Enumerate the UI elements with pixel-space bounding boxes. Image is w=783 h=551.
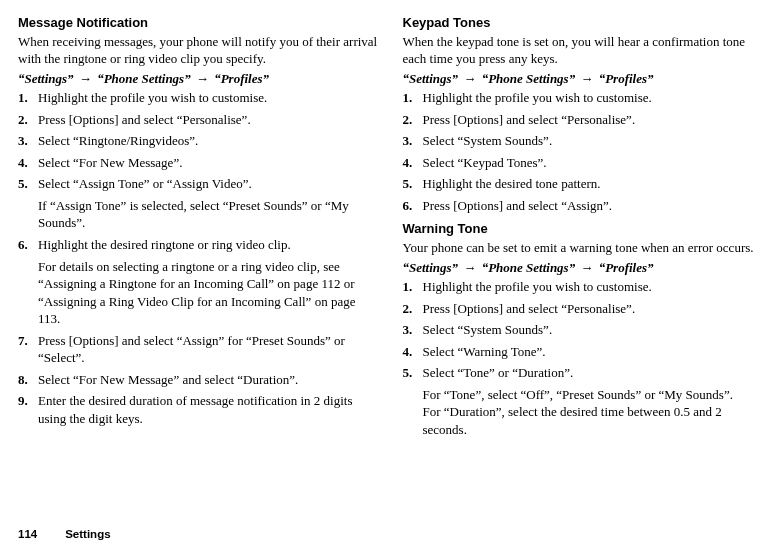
arrow-icon: → — [191, 71, 215, 86]
arrow-icon: → — [74, 71, 98, 86]
path-part: “Settings” — [18, 71, 74, 86]
step-number: 5. — [403, 364, 423, 438]
step-text: Select “Keypad Tones”. — [423, 154, 766, 172]
step-text: Select “For New Message”. — [38, 154, 381, 172]
step-text: Highlight the profile you wish to custom… — [423, 89, 766, 107]
step-number: 4. — [18, 154, 38, 172]
step: 1.Highlight the profile you wish to cust… — [403, 89, 766, 107]
step-text: Select “For New Message” and select “Dur… — [38, 371, 381, 389]
path-warning-tone: “Settings” → “Phone Settings” → “Profile… — [403, 259, 766, 277]
step-sub: For details on selecting a ringtone or a… — [38, 258, 381, 328]
step-number: 2. — [18, 111, 38, 129]
step: 3.Select “System Sounds”. — [403, 132, 766, 150]
step: 2.Press [Options] and select “Personalis… — [18, 111, 381, 129]
step-sub: For “Tone”, select “Off”, “Preset Sounds… — [423, 386, 766, 439]
step-text: Highlight the profile you wish to custom… — [423, 278, 766, 296]
arrow-icon: → — [575, 71, 599, 86]
step-number: 7. — [18, 332, 38, 367]
path-part: “Profiles” — [214, 71, 269, 86]
arrow-icon: → — [458, 260, 482, 275]
arrow-icon: → — [458, 71, 482, 86]
heading-warning-tone: Warning Tone — [403, 220, 766, 238]
step: 9.Enter the desired duration of message … — [18, 392, 381, 427]
step-number: 3. — [18, 132, 38, 150]
step-text: Select “System Sounds”. — [423, 321, 766, 339]
step-text: Press [Options] and select “Personalise”… — [38, 111, 381, 129]
step: 3.Select “System Sounds”. — [403, 321, 766, 339]
step-number: 2. — [403, 111, 423, 129]
step: 1.Highlight the profile you wish to cust… — [403, 278, 766, 296]
path-part: “Settings” — [403, 71, 459, 86]
steps-keypad-tones: 1.Highlight the profile you wish to cust… — [403, 89, 766, 214]
step-text: Press [Options] and select “Assign”. — [423, 197, 766, 215]
step-number: 5. — [403, 175, 423, 193]
step-text: Select “Warning Tone”. — [423, 343, 766, 361]
step: 2.Press [Options] and select “Personalis… — [403, 111, 766, 129]
step: 8.Select “For New Message” and select “D… — [18, 371, 381, 389]
step-number: 3. — [403, 132, 423, 150]
step-text: Press [Options] and select “Assign” for … — [38, 332, 381, 367]
step: 1.Highlight the profile you wish to cust… — [18, 89, 381, 107]
step-number: 8. — [18, 371, 38, 389]
step-number: 1. — [403, 278, 423, 296]
step-number: 9. — [18, 392, 38, 427]
path-part: “Settings” — [403, 260, 459, 275]
path-part: “Profiles” — [599, 260, 654, 275]
intro-keypad-tones: When the keypad tone is set on, you will… — [403, 33, 766, 68]
step-number: 6. — [18, 236, 38, 328]
path-keypad-tones: “Settings” → “Phone Settings” → “Profile… — [403, 70, 766, 88]
step-number: 1. — [403, 89, 423, 107]
steps-message-notification: 1.Highlight the profile you wish to cust… — [18, 89, 381, 427]
step: 3.Select “Ringtone/Ringvideos”. — [18, 132, 381, 150]
step-number: 6. — [403, 197, 423, 215]
step-body: Highlight the desired ringtone or ring v… — [38, 236, 381, 328]
left-column: Message Notification When receiving mess… — [18, 14, 381, 442]
step-number: 2. — [403, 300, 423, 318]
step-text: Highlight the desired tone pattern. — [423, 175, 766, 193]
arrow-icon: → — [575, 260, 599, 275]
path-part: “Profiles” — [599, 71, 654, 86]
path-part: “Phone Settings” — [482, 71, 576, 86]
step-text: Highlight the desired ringtone or ring v… — [38, 237, 291, 252]
step-text: Select “Ringtone/Ringvideos”. — [38, 132, 381, 150]
step: 5.Select “Assign Tone” or “Assign Video”… — [18, 175, 381, 232]
footer-section: Settings — [65, 528, 110, 540]
steps-warning-tone: 1.Highlight the profile you wish to cust… — [403, 278, 766, 438]
step: 4.Select “For New Message”. — [18, 154, 381, 172]
step: 5.Highlight the desired tone pattern. — [403, 175, 766, 193]
step-number: 4. — [403, 154, 423, 172]
step-number: 3. — [403, 321, 423, 339]
step: 4.Select “Warning Tone”. — [403, 343, 766, 361]
step-text: Select “Assign Tone” or “Assign Video”. — [38, 176, 252, 191]
step: 4.Select “Keypad Tones”. — [403, 154, 766, 172]
intro-warning-tone: Your phone can be set to emit a warning … — [403, 239, 766, 257]
right-column: Keypad Tones When the keypad tone is set… — [403, 14, 766, 442]
message-notification-section: Message Notification When receiving mess… — [18, 14, 381, 427]
step-text: Select “System Sounds”. — [423, 132, 766, 150]
step-number: 5. — [18, 175, 38, 232]
step-number: 1. — [18, 89, 38, 107]
step-text: Select “Tone” or “Duration”. — [423, 365, 574, 380]
step-number: 4. — [403, 343, 423, 361]
step-body: Select “Assign Tone” or “Assign Video”.I… — [38, 175, 381, 232]
step-sub: If “Assign Tone” is selected, select “Pr… — [38, 197, 381, 232]
intro-message-notification: When receiving messages, your phone will… — [18, 33, 381, 68]
page-footer: 114Settings — [18, 527, 111, 543]
step-text: Highlight the profile you wish to custom… — [38, 89, 381, 107]
heading-keypad-tones: Keypad Tones — [403, 14, 766, 32]
warning-tone-section: Warning Tone Your phone can be set to em… — [403, 220, 766, 438]
path-part: “Phone Settings” — [482, 260, 576, 275]
step: 6.Highlight the desired ringtone or ring… — [18, 236, 381, 328]
step-text: Press [Options] and select “Personalise”… — [423, 300, 766, 318]
step: 5.Select “Tone” or “Duration”.For “Tone”… — [403, 364, 766, 438]
step-text: Enter the desired duration of message no… — [38, 392, 381, 427]
step-text: Press [Options] and select “Personalise”… — [423, 111, 766, 129]
path-part: “Phone Settings” — [97, 71, 191, 86]
step: 2.Press [Options] and select “Personalis… — [403, 300, 766, 318]
page-number: 114 — [18, 528, 37, 540]
heading-message-notification: Message Notification — [18, 14, 381, 32]
step-body: Select “Tone” or “Duration”.For “Tone”, … — [423, 364, 766, 438]
keypad-tones-section: Keypad Tones When the keypad tone is set… — [403, 14, 766, 214]
step: 6.Press [Options] and select “Assign”. — [403, 197, 766, 215]
path-message-notification: “Settings” → “Phone Settings” → “Profile… — [18, 70, 381, 88]
